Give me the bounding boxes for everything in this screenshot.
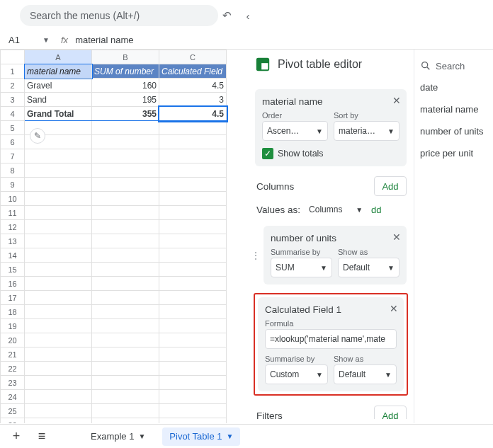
cell[interactable]: Gravel [25,79,92,93]
row-header[interactable]: 7 [1,149,25,163]
row-header[interactable]: 3 [1,93,25,107]
search-menus-placeholder: Search the menus (Alt+/) [30,10,140,21]
spreadsheet-grid[interactable]: A B C 1 material name SUM of number Calc… [0,50,251,423]
cell-a1[interactable]: material name [25,64,92,79]
formula-input[interactable]: =xlookup('material name',mate [265,329,397,349]
row-header[interactable]: 8 [1,163,25,178]
toolbar-collapse-button[interactable]: ‹ [239,7,256,24]
calc-field-highlight: Calculated Field 1 ✕ Formula =xlookup('m… [254,293,408,396]
close-icon[interactable]: ✕ [392,95,401,106]
close-icon[interactable]: ✕ [390,303,398,314]
chevron-down-icon: ▼ [387,264,395,272]
formula-bar-value[interactable]: material name [75,35,133,45]
col-header-a[interactable]: A [25,50,92,64]
close-icon[interactable]: ✕ [392,231,401,243]
fields-search-input[interactable]: Search [420,55,492,76]
row-header[interactable]: 17 [1,291,25,305]
row-header[interactable]: 11 [1,206,25,220]
row-header[interactable]: 22 [1,362,25,376]
chevron-down-icon: ▼ [138,432,145,440]
add-values-button[interactable]: dd [371,205,381,215]
cell[interactable]: 4.5 [159,79,227,93]
row-header[interactable]: 21 [1,348,25,362]
row-header[interactable]: 26 [1,418,25,424]
fields-panel: Search date material name number of unit… [414,50,493,423]
row-header[interactable]: 13 [1,234,25,248]
field-item-date[interactable]: date [420,76,492,98]
value-card-title: number of units [271,233,400,243]
row-header[interactable]: 2 [1,79,25,93]
row-header[interactable]: 15 [1,263,25,277]
cell[interactable]: 3 [159,93,227,107]
col-header-b[interactable]: B [92,50,159,64]
top-toolbar: Search the menus (Alt+/) ↶ ‹ [0,0,493,31]
chevron-down-icon: ▼ [387,127,395,135]
summarise-dropdown[interactable]: SUM▼ [271,258,332,277]
row-header[interactable]: 23 [1,376,25,390]
row-header[interactable]: 14 [1,248,25,263]
chevron-down-icon: ▼ [227,432,234,440]
showas-label: Show as [338,248,400,256]
name-box[interactable]: A1 ▼ [4,33,54,48]
cell-total-b[interactable]: 355 [92,107,159,121]
row-header[interactable]: 20 [1,333,25,348]
field-item-material-name[interactable]: material name [420,98,492,120]
tab-example-1[interactable]: Example 1▼ [84,427,152,446]
row-header[interactable]: 18 [1,305,25,319]
pivot-editor: Pivot table editor material name ✕ Order… [251,50,414,423]
chevron-down-icon: ▼ [356,206,363,214]
formula-row: A1 ▼ fx material name [0,31,493,50]
row-header[interactable]: 6 [1,135,25,149]
search-menus-input[interactable]: Search the menus (Alt+/) [20,5,218,26]
showas-dropdown[interactable]: Default▼ [338,258,400,277]
row-header[interactable]: 16 [1,277,25,291]
row-header[interactable]: 12 [1,220,25,234]
summarise-dropdown[interactable]: Custom▼ [265,364,328,384]
row-header[interactable]: 1 [1,64,25,79]
cell-c1[interactable]: Calculated Field [159,64,227,79]
col-header-c[interactable]: C [159,50,227,64]
columns-section: Columns Add [251,172,411,197]
order-label: Order [262,111,328,120]
edit-pivot-button[interactable]: ✎ [30,128,45,144]
add-sheet-button[interactable]: + [8,429,24,444]
row-header[interactable]: 25 [1,404,25,418]
row-header[interactable]: 4 [1,107,25,121]
add-filters-button[interactable]: Add [374,406,407,419]
undo-button[interactable]: ↶ [218,7,235,24]
add-columns-button[interactable]: Add [374,176,407,196]
all-sheets-button[interactable]: ≡ [34,429,50,444]
cell-total-c[interactable]: 4.5 [159,107,227,121]
tab-pivot-table-1[interactable]: Pivot Table 1▼ [162,427,240,446]
filters-section: Filters Add [251,401,411,419]
chevron-down-icon: ▼ [42,36,50,44]
cell-b1[interactable]: SUM of number [92,64,159,79]
name-box-value: A1 [8,35,20,45]
row-header[interactable]: 9 [1,178,25,192]
svg-point-3 [422,62,428,68]
values-mode-dropdown[interactable]: Columns▼ [305,200,367,219]
field-item-number-of-units[interactable]: number of units [420,120,492,142]
pivot-table-icon [255,57,271,72]
fields-search-placeholder: Search [436,61,465,71]
row-header[interactable]: 5 [1,121,25,135]
order-dropdown[interactable]: Ascen…▼ [262,121,328,141]
showas-dropdown[interactable]: Default▼ [334,364,397,384]
rows-card-material-name: material name ✕ Order Ascen…▼ Sort by ma… [255,89,407,166]
drag-handle-icon[interactable]: ⋮ [251,250,261,261]
fx-label: fx [61,35,68,45]
sortby-label: Sort by [334,111,400,120]
row-header[interactable]: 24 [1,390,25,404]
cell[interactable]: Sand [25,93,92,107]
cell[interactable]: 195 [92,93,159,107]
value-card-calculated-field: Calculated Field 1 ✕ Formula =xlookup('m… [258,297,404,391]
row-header[interactable]: 10 [1,192,25,206]
cell[interactable]: 160 [92,79,159,93]
sortby-dropdown[interactable]: materia…▼ [334,121,400,141]
pivot-editor-title: Pivot table editor [278,58,362,71]
chevron-down-icon: ▼ [320,264,327,272]
row-header[interactable]: 19 [1,319,25,333]
show-totals-checkbox[interactable]: ✓ Show totals [262,148,400,159]
cell-total-label[interactable]: Grand Total [25,107,92,121]
field-item-price-per-unit[interactable]: price per unit [420,142,492,164]
